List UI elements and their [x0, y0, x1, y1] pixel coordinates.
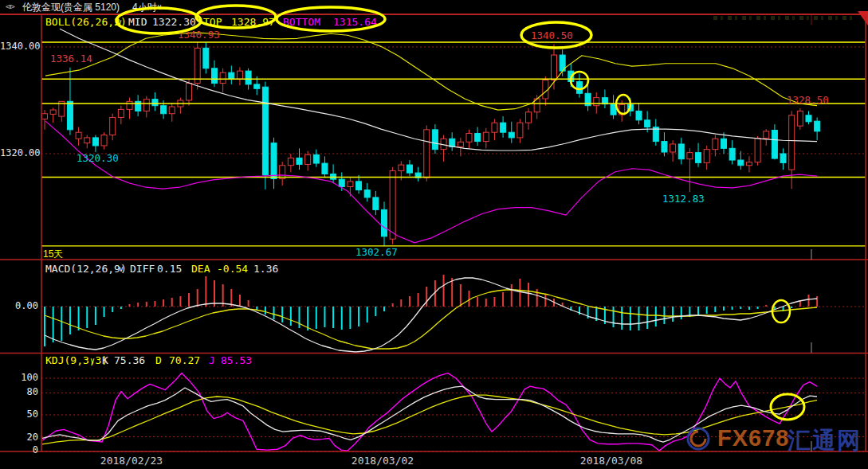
price-axis-label: 1340.00 [0, 41, 38, 52]
boll-indicator-name[interactable]: BOLL(26,26,2) [45, 17, 127, 28]
boll-mid-value: 1322.30 [152, 17, 196, 28]
kdj-d-label: D [155, 355, 162, 366]
macd-indicator-name[interactable]: MACD(12,26,9) [45, 264, 127, 275]
x-axis-date: 2018/03/08 [580, 455, 642, 467]
boll-bottom-value: 1315.64 [333, 17, 377, 28]
x-axis-date: 2018/02/23 [100, 455, 163, 467]
kdj-axis-label: 80 [0, 387, 38, 397]
kdj-axis-label: 50 [0, 409, 38, 420]
price-tag: 1312.83 [662, 193, 705, 204]
kdj-d-value: 70.27 [169, 355, 200, 366]
macd-hist-value: 1.36 [253, 264, 278, 275]
kdj-j-value: 85.53 [221, 355, 252, 366]
macd-diff-label: DIFF [130, 264, 155, 275]
boll-mid-label: MID [128, 17, 147, 28]
fx678-logo-icon [685, 426, 711, 451]
price-tag: 1302.67 [355, 247, 398, 257]
boll-header: BOLL(26,26,2) ∨ MID 1322.30 TOP 1328.97 … [0, 17, 868, 28]
chevron-down-icon[interactable]: ∨ [90, 355, 95, 366]
boll-top-label: TOP [203, 17, 222, 28]
macd-axis-label: 0.00 [0, 301, 38, 311]
kdj-header: KDJ(9,3,3) ∨ K 75.36 D 70.27 J 85.53 [0, 355, 868, 366]
kdj-k-label: K [102, 355, 108, 366]
chevron-down-icon[interactable]: ∨ [119, 264, 124, 275]
watermark-brand: FX678 [717, 425, 789, 451]
macd-header: MACD(12,26,9) ∨ DIFF 0.15 DEA -0.54 1.36 [0, 264, 868, 275]
price-tag: 1340.50 [531, 30, 573, 41]
chart-canvas[interactable] [0, 0, 868, 469]
macd-dea-label: DEA [191, 264, 210, 275]
price-tag: 1328.50 [787, 95, 829, 105]
x-axis-date: 2018/03/02 [352, 455, 414, 467]
kdj-indicator-name[interactable]: KDJ(9,3,3) [45, 355, 108, 366]
macd-dea-value: -0.54 [217, 264, 248, 275]
kdj-j-label: J [209, 355, 215, 366]
trading-terminal-window: ⊲⊳ 伦敦金现(贵金属 5120) 4小时 ∨ BOLL(26,26,2) ∨ … [0, 0, 868, 469]
range-label[interactable]: 15天 [43, 248, 63, 261]
boll-top-value: 1328.97 [231, 17, 275, 28]
kdj-axis-label: 100 [0, 373, 38, 383]
price-tag: 1336.14 [50, 53, 92, 64]
price-tag: 1340.93 [178, 29, 220, 40]
kdj-axis-label: 20 [0, 432, 38, 443]
watermark-site: 汇通网 [787, 425, 862, 457]
macd-diff-value: 0.15 [157, 264, 182, 275]
boll-bottom-label: BOTTOM [283, 17, 320, 28]
kdj-k-value: 75.36 [114, 355, 145, 366]
price-tag: 1320.30 [77, 153, 119, 163]
kdj-axis-label: 0 [0, 445, 38, 455]
chevron-down-icon[interactable]: ∨ [117, 17, 122, 28]
price-axis-label: 1320.00 [0, 148, 38, 158]
